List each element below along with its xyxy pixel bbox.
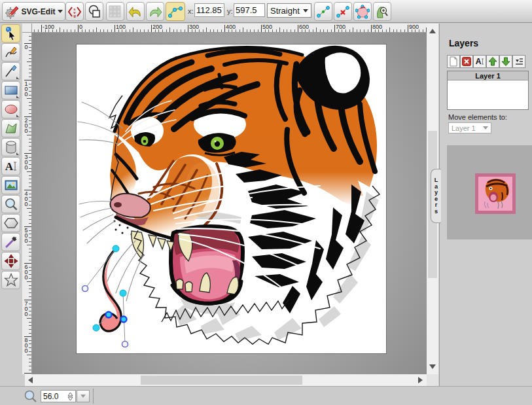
horizontal-ruler: -1000100200300400500600700800900100 (32, 24, 427, 33)
left-tool-palette: A (0, 24, 22, 405)
star-tool-button[interactable] (1, 271, 20, 289)
layers-panel: Layers A (439, 24, 532, 386)
ruler-label: 200 (152, 24, 162, 30)
rename-layer-button[interactable]: A (473, 55, 486, 68)
divider (93, 389, 94, 404)
link-control-points-button[interactable] (373, 2, 391, 21)
path-tool-icon (4, 121, 18, 135)
ruler-label: 500 (262, 24, 272, 30)
scroll-down-arrow[interactable] (429, 364, 436, 369)
main-menu-label: SVG-Edit (21, 7, 55, 16)
undo-icon (128, 5, 143, 19)
scroll-up-arrow[interactable] (429, 29, 436, 33)
ruler-label: 8 0 0 (24, 338, 29, 353)
delete-layer-button[interactable] (460, 55, 473, 68)
flyout-arrow (16, 114, 19, 117)
layer-more-icon (514, 56, 524, 67)
zoom-dropdown-button[interactable] (77, 390, 90, 402)
ruler-label: 900 (409, 24, 419, 30)
spinner-icon[interactable] (67, 392, 73, 401)
undo-button[interactable] (126, 2, 145, 21)
hexagon-icon (4, 216, 18, 230)
pencil-tool-icon (4, 45, 18, 60)
ruler-label: 800 (372, 24, 382, 30)
x-coord-input[interactable] (194, 3, 224, 17)
star-icon (4, 273, 18, 287)
eyedropper-tool-button[interactable] (1, 233, 20, 251)
ruler-label: 2 0 0 (24, 118, 29, 133)
zoom-tool-button[interactable] (1, 195, 20, 213)
text-tool-button[interactable]: A (1, 157, 20, 175)
svg-edit-logo-icon (5, 5, 19, 19)
delete-node-button[interactable] (334, 2, 352, 21)
zoom-icon (24, 389, 38, 404)
svg-text:g: g (73, 14, 76, 18)
shapes-icon (87, 5, 101, 19)
segment-type-select[interactable]: Straight (267, 3, 311, 18)
scroll-right-arrow[interactable] (418, 377, 423, 383)
grid-button[interactable] (106, 2, 124, 21)
layer-thumbnail-image (478, 177, 512, 211)
image-tool-button[interactable] (1, 176, 20, 194)
ruler-label: 4 0 0 (24, 191, 29, 207)
ruler-label: -100 (43, 24, 54, 30)
rename-layer-icon: A (474, 56, 485, 67)
path-node-tool-button[interactable] (166, 2, 185, 21)
svg-text:A: A (476, 57, 482, 66)
new-layer-button[interactable] (447, 55, 460, 68)
chevron-down-icon (483, 126, 488, 130)
path-tool-button[interactable] (1, 119, 20, 137)
move-layer-up-button[interactable] (486, 55, 499, 68)
y-coord-label: y: (227, 7, 233, 15)
layers-panel-tab[interactable]: L a y e r s (431, 169, 441, 223)
ruler-label: 600 (299, 24, 309, 30)
flyout-arrow (16, 152, 19, 155)
move-elements-value: Layer 1 (452, 124, 476, 132)
tiger-drawing (77, 44, 386, 353)
redo-icon (147, 5, 163, 19)
bottom-toolbar: 56.0 (0, 386, 532, 405)
select-tool-button[interactable] (1, 24, 20, 43)
layer-thumbnail[interactable] (475, 173, 516, 214)
zoom-value: 56.0 (43, 392, 58, 401)
edited-path (82, 245, 128, 347)
layer-more-button[interactable] (512, 55, 525, 68)
move-layer-down-button[interactable] (499, 55, 512, 68)
eyedropper-icon (4, 235, 18, 249)
ellipse-tool-button[interactable] (1, 100, 20, 118)
add-node-button[interactable] (314, 2, 332, 21)
hexagon-tool-button[interactable] (1, 214, 20, 232)
horizontal-scroll-thumb[interactable] (141, 376, 302, 385)
ruler-label: 300 (189, 24, 199, 30)
line-tool-button[interactable] (1, 62, 20, 80)
delete-node-icon (336, 5, 350, 19)
chevron-down-icon (58, 10, 63, 13)
rect-tool-button[interactable] (1, 81, 20, 99)
svg-canvas[interactable] (77, 44, 386, 353)
main-menu-button[interactable]: SVG-Edit (2, 2, 65, 21)
canvas-workspace[interactable] (32, 33, 427, 374)
ruler-label: 5 0 0 (24, 228, 29, 243)
move-elements-select[interactable]: Layer 1 (448, 122, 491, 133)
scrollbar-corner (427, 374, 438, 386)
move-tool-button[interactable] (1, 252, 20, 270)
ruler-label: 6 0 0 (24, 264, 29, 280)
ruler-label: 700 (336, 24, 346, 30)
document-properties-button[interactable] (85, 2, 103, 21)
add-node-icon (316, 5, 330, 19)
x-coord-label: x: (188, 7, 194, 15)
layers-title: Layers (449, 38, 478, 48)
zoom-level-input[interactable]: 56.0 (41, 390, 76, 402)
layer-list[interactable]: Layer 1 (447, 71, 529, 110)
y-coord-input[interactable] (234, 3, 265, 17)
layer-list-item[interactable]: Layer 1 (448, 71, 528, 80)
layer-down-icon (501, 56, 511, 67)
scroll-left-arrow[interactable] (28, 377, 33, 383)
ruler-label: 0 (79, 24, 82, 30)
pencil-tool-button[interactable] (1, 43, 20, 62)
horizontal-scrollbar[interactable] (25, 374, 427, 386)
shape-library-button[interactable] (1, 138, 20, 156)
open-path-button[interactable] (353, 2, 372, 21)
source-editor-button[interactable]: s v g (65, 2, 84, 21)
redo-button[interactable] (146, 2, 164, 21)
